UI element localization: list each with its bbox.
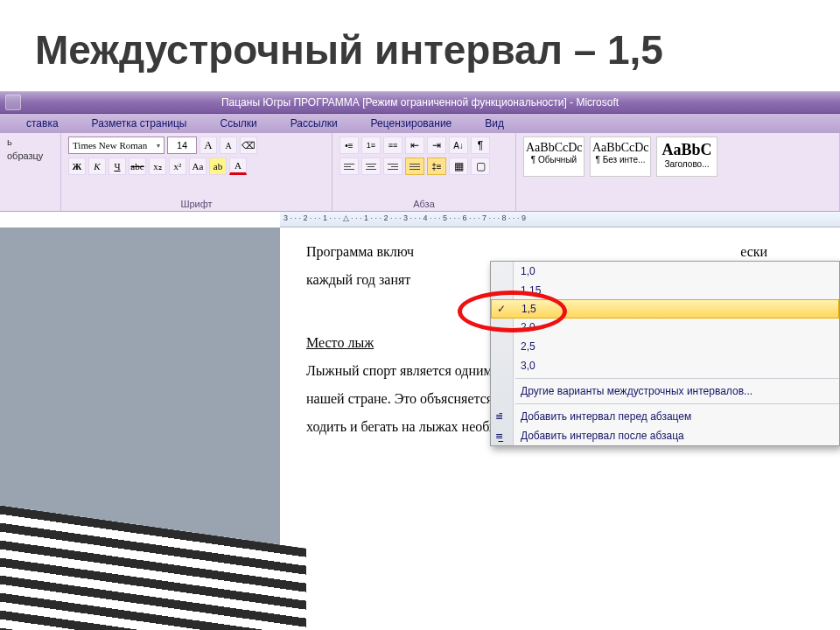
font-name-value: Times New Roman — [73, 140, 147, 150]
group-label-styles — [523, 207, 832, 209]
ls-option-more[interactable]: Другие варианты междустрочных интервалов… — [491, 382, 839, 401]
ls-option-1-0[interactable]: 1,0 — [491, 262, 839, 281]
style-name: ¶ Без инте... — [596, 155, 646, 164]
space-before-icon: ≡̄ — [495, 411, 503, 423]
ls-option-1-15[interactable]: 1,15 — [491, 281, 839, 300]
ls-option-label: 1,5 — [522, 303, 536, 315]
group-clipboard: ь образцу — [0, 133, 61, 211]
strike-button[interactable]: abc — [129, 158, 146, 175]
align-left-button[interactable] — [340, 158, 359, 175]
group-label-font: Шрифт — [68, 197, 325, 209]
format-painter-button[interactable]: образцу — [7, 150, 43, 161]
style-sample: AaBbCcDc — [592, 139, 648, 155]
space-after-icon: ≡̲ — [495, 430, 503, 442]
group-label-paragraph: Абза — [340, 197, 508, 209]
check-icon: ✓ — [497, 303, 509, 315]
clear-format-button[interactable]: ⌫ — [240, 136, 257, 154]
bullets-button[interactable]: •≡ — [340, 136, 359, 154]
ls-option-add-after[interactable]: ≡̲ Добавить интервал после абзаца — [491, 426, 839, 445]
ls-option-2-5[interactable]: 2,5 — [491, 337, 839, 356]
ribbon-tabs: ставка Разметка страницы Ссылки Рассылки… — [0, 114, 840, 133]
window-title: Пацаны Югры ПРОГРАММА [Режим ограниченно… — [0, 96, 840, 108]
grow-font-button[interactable]: A — [200, 136, 217, 154]
align-right-button[interactable] — [383, 158, 402, 175]
sort-button[interactable]: A↓ — [449, 136, 468, 154]
style-name: Заголово... — [665, 159, 710, 169]
font-name-combo[interactable]: Times New Roman▾ — [68, 136, 164, 154]
shading-button[interactable]: ▦ — [449, 158, 468, 175]
tab-review[interactable]: Рецензирование — [362, 115, 461, 133]
tab-references[interactable]: Ссылки — [211, 115, 265, 133]
tab-page-layout[interactable]: Разметка страницы — [83, 115, 196, 133]
style-name: ¶ Обычный — [531, 155, 577, 164]
tab-mailings[interactable]: Рассылки — [282, 115, 346, 133]
ls-option-3-0[interactable]: 3,0 — [491, 356, 839, 375]
group-paragraph: •≡ 1≡ ≡≡ ⇤ ⇥ A↓ ¶ ‡≡ ▦ ▢ А — [332, 133, 516, 211]
titlebar: Пацаны Югры ПРОГРАММА [Режим ограниченно… — [0, 91, 840, 114]
bold-button[interactable]: Ж — [68, 158, 86, 175]
group-styles: AaBbCcDc ¶ Обычный AaBbCcDc ¶ Без инте..… — [516, 133, 840, 211]
line-spacing-button[interactable]: ‡≡ — [427, 158, 446, 175]
borders-button[interactable]: ▢ — [471, 158, 490, 175]
chevron-down-icon: ▾ — [157, 142, 160, 150]
horizontal-ruler[interactable]: 3 · · · 2 · · · 1 · · · △ · · · 1 · · · … — [280, 212, 840, 228]
ls-option-add-before[interactable]: ≡̄ Добавить интервал перед абзацем — [491, 407, 839, 426]
slide-title: Междустрочный интервал – 1,5 — [0, 0, 840, 91]
ribbon: ь образцу Times New Roman▾ 14 A A ⌫ Ж — [0, 133, 840, 212]
ruler-area: 3 · · · 2 · · · 1 · · · △ · · · 1 · · · … — [0, 212, 840, 228]
italic-button[interactable]: К — [88, 158, 106, 175]
indent-inc-button[interactable]: ⇥ — [427, 136, 446, 154]
doc-heading: Место лыж — [306, 335, 374, 350]
highlight-button[interactable]: ab — [209, 158, 227, 175]
cut-button[interactable]: ь — [7, 136, 12, 147]
doc-text: Программа включ — [306, 244, 414, 259]
ls-option-label: ругие варианты междустрочных интервалов.… — [528, 385, 752, 397]
menu-separator — [515, 403, 839, 404]
show-marks-button[interactable]: ¶ — [471, 136, 490, 154]
align-center-button[interactable] — [361, 158, 381, 175]
tab-view[interactable]: Вид — [476, 115, 513, 133]
underline-button[interactable]: Ч — [108, 158, 126, 175]
qat-button[interactable] — [5, 94, 21, 110]
shrink-font-button[interactable]: A — [220, 136, 237, 154]
indent-dec-button[interactable]: ⇤ — [405, 136, 424, 154]
line-spacing-menu: 1,0 1,15 ✓ 1,5 2,0 2,5 3,0 Другие вариан… — [490, 261, 840, 446]
tab-insert[interactable]: ставка — [18, 115, 67, 133]
quick-access-toolbar — [0, 94, 26, 110]
group-font: Times New Roman▾ 14 A A ⌫ Ж К Ч abc x₂ x… — [61, 133, 332, 211]
ls-option-label: обавить интервал перед абзацем — [528, 410, 691, 423]
style-sample: AaBbC — [659, 139, 715, 159]
group-label — [7, 207, 53, 209]
mnemonic: Д — [521, 385, 528, 397]
ls-option-1-5[interactable]: ✓ 1,5 — [491, 299, 839, 318]
align-justify-button[interactable] — [405, 158, 424, 175]
superscript-button[interactable]: x² — [169, 158, 186, 175]
numbering-button[interactable]: 1≡ — [361, 136, 381, 154]
style-heading[interactable]: AaBbC Заголово... — [656, 136, 718, 177]
font-size-combo[interactable]: 14 — [167, 136, 197, 154]
mnemonic: Д — [521, 430, 528, 442]
doc-text: ески — [740, 244, 767, 259]
change-case-button[interactable]: Aa — [189, 158, 206, 175]
ls-option-2-0[interactable]: 2,0 — [491, 318, 839, 337]
mnemonic: Д — [521, 410, 528, 423]
multilevel-button[interactable]: ≡≡ — [383, 136, 402, 154]
menu-separator — [515, 378, 839, 379]
style-no-spacing[interactable]: AaBbCcDc ¶ Без инте... — [590, 136, 651, 177]
font-color-button[interactable]: A — [229, 158, 247, 175]
ls-option-label: обавить интервал после абзаца — [528, 430, 684, 442]
style-sample: AaBbCcDc — [526, 139, 582, 155]
style-normal[interactable]: AaBbCcDc ¶ Обычный — [523, 136, 584, 177]
subscript-button[interactable]: x₂ — [149, 158, 166, 175]
